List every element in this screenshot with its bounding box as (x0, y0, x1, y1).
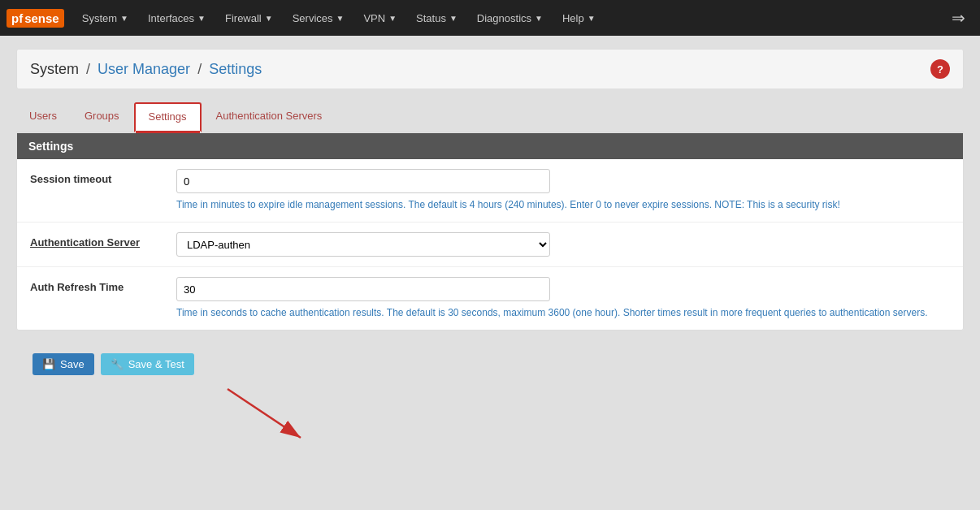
arrow-annotation (16, 385, 964, 450)
breadcrumb-system: System (30, 61, 79, 77)
auth-refresh-control: Time in seconds to cache authentication … (176, 277, 950, 320)
brand: pfsense (7, 9, 64, 28)
breadcrumb-user-manager[interactable]: User Manager (98, 61, 190, 77)
session-timeout-control: Time in minutes to expire idle managemen… (176, 169, 950, 212)
wrench-icon: 🔧 (111, 358, 124, 370)
breadcrumb-bar: System / User Manager / Settings ? (16, 49, 964, 89)
auth-server-control: LDAP-authen (176, 232, 950, 257)
tab-settings[interactable]: Settings (134, 102, 202, 132)
auth-refresh-input[interactable] (176, 277, 550, 301)
save-icon: 💾 (42, 358, 55, 370)
save-and-test-button[interactable]: 🔧 Save & Test (101, 353, 194, 375)
services-caret-icon: ▼ (336, 14, 345, 23)
tab-auth-servers[interactable]: Authentication Servers (203, 102, 336, 131)
page-content: System / User Manager / Settings ? Users… (0, 36, 980, 463)
tab-groups[interactable]: Groups (72, 102, 132, 131)
save-button[interactable]: 💾 Save (33, 353, 94, 375)
panel-header: Settings (17, 133, 963, 159)
breadcrumb-sep2: / (197, 61, 202, 77)
auth-refresh-label: Auth Refresh Time (30, 277, 176, 293)
tab-users[interactable]: Users (16, 102, 70, 131)
auth-refresh-row: Auth Refresh Time Time in seconds to cac… (17, 267, 963, 330)
interfaces-caret-icon: ▼ (197, 14, 206, 23)
help-button[interactable]: ? (930, 59, 950, 79)
brand-sense: sense (24, 11, 59, 25)
help-caret-icon: ▼ (588, 14, 596, 23)
logout-icon[interactable]: ⇒ (943, 8, 973, 28)
nav-right: ⇒ (943, 8, 973, 28)
auth-server-row: Authentication Server LDAP-authen (17, 223, 963, 267)
brand-logo: pfsense (7, 9, 64, 28)
settings-panel: Settings Session timeout Time in minutes… (16, 132, 964, 331)
nav-item-diagnostics[interactable]: Diagnostics ▼ (467, 0, 553, 36)
navbar: pfsense System ▼ Interfaces ▼ Firewall ▼… (0, 0, 980, 36)
session-timeout-input[interactable] (176, 169, 550, 193)
breadcrumb: System / User Manager / Settings (30, 61, 262, 78)
status-caret-icon: ▼ (449, 14, 457, 23)
panel-body: Session timeout Time in minutes to expir… (17, 159, 963, 330)
question-icon: ? (937, 63, 943, 76)
brand-pf: pf (11, 11, 23, 25)
nav-item-firewall[interactable]: Firewall ▼ (215, 0, 283, 36)
button-row: 💾 Save 🔧 Save & Test (16, 344, 964, 385)
diagnostics-caret-icon: ▼ (535, 14, 543, 23)
red-arrow-svg (179, 385, 341, 450)
breadcrumb-sep1: / (86, 61, 90, 77)
tabs-bar: Users Groups Settings Authentication Ser… (16, 102, 964, 132)
auth-server-label: Authentication Server (30, 232, 176, 249)
session-timeout-label: Session timeout (30, 169, 176, 185)
session-timeout-row: Session timeout Time in minutes to expir… (17, 159, 963, 223)
firewall-caret-icon: ▼ (265, 14, 273, 23)
nav-item-help[interactable]: Help ▼ (553, 0, 605, 36)
nav-item-status[interactable]: Status ▼ (406, 0, 467, 36)
system-caret-icon: ▼ (120, 14, 128, 23)
session-timeout-help: Time in minutes to expire idle managemen… (176, 197, 950, 212)
breadcrumb-current[interactable]: Settings (209, 61, 262, 77)
nav-item-interfaces[interactable]: Interfaces ▼ (138, 0, 215, 36)
svg-line-1 (228, 389, 301, 438)
nav-menu: System ▼ Interfaces ▼ Firewall ▼ Service… (72, 0, 605, 36)
nav-item-system[interactable]: System ▼ (72, 0, 138, 36)
nav-item-services[interactable]: Services ▼ (283, 0, 354, 36)
vpn-caret-icon: ▼ (388, 14, 397, 23)
auth-server-select[interactable]: LDAP-authen (176, 232, 550, 257)
nav-item-vpn[interactable]: VPN ▼ (353, 0, 406, 36)
auth-refresh-help: Time in seconds to cache authentication … (176, 305, 950, 320)
